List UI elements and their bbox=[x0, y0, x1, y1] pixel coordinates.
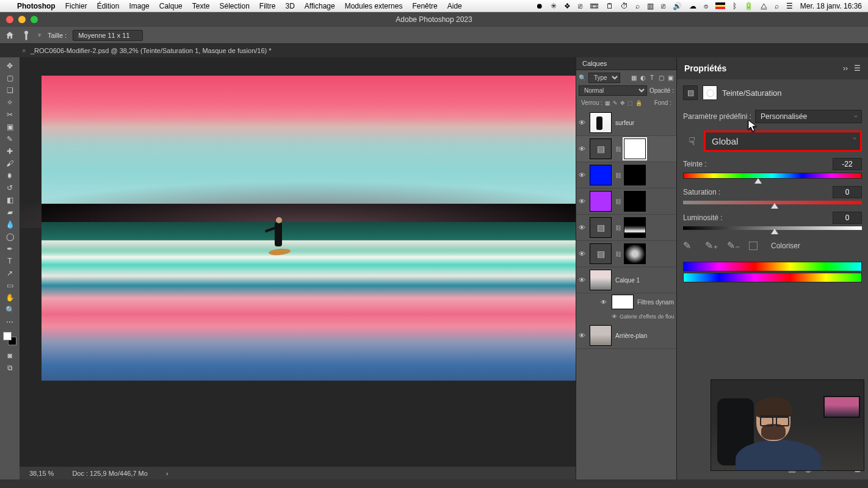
visibility-icon[interactable]: 👁 bbox=[579, 332, 586, 339]
filter-smart-icon[interactable]: ▣ bbox=[667, 74, 674, 82]
visibility-icon[interactable]: 👁 bbox=[579, 198, 586, 205]
link-icon[interactable]: ⛓ bbox=[615, 251, 620, 257]
layer-name[interactable]: surfeur bbox=[615, 120, 634, 126]
eyedropper-tool[interactable]: ✎ bbox=[2, 133, 17, 145]
layer-thumb[interactable] bbox=[590, 325, 612, 346]
targeted-adjust-icon[interactable]: ☟ bbox=[683, 133, 700, 150]
link-icon[interactable]: ⛓ bbox=[615, 224, 620, 231]
taille-select[interactable]: Moyenne 11 x 11 bbox=[73, 30, 142, 41]
wifi-icon[interactable]: ⧋ bbox=[761, 2, 767, 10]
collapse-icon[interactable]: ›› bbox=[843, 64, 848, 73]
smart-filter-row[interactable]: 👁 Filtres dynam bbox=[576, 293, 676, 310]
hue-range-bars[interactable] bbox=[677, 257, 868, 287]
color-fill-thumb[interactable] bbox=[590, 165, 612, 185]
layer-calque1[interactable]: 👁 Calque 1 bbox=[576, 267, 676, 293]
status-icon[interactable]: ☁︎ bbox=[689, 2, 696, 10]
menu-filtre[interactable]: Filtre bbox=[259, 2, 276, 10]
layers-tab[interactable]: Calques bbox=[576, 57, 676, 70]
wand-tool[interactable]: ✧ bbox=[2, 96, 17, 108]
layer-color-fill-blue[interactable]: 👁 ⛓ bbox=[576, 162, 676, 188]
zoom-tool[interactable]: 🔍 bbox=[2, 304, 17, 315]
layer-hue-sat[interactable]: 👁 ▤ ⛓ bbox=[576, 136, 676, 162]
fullscreen-window[interactable] bbox=[31, 16, 38, 23]
zoom-value[interactable]: 38,15 % bbox=[29, 470, 54, 477]
visibility-icon[interactable]: 👁 bbox=[579, 145, 586, 152]
eyedropper-sub-icon[interactable]: ✎₋ bbox=[727, 240, 739, 252]
shape-tool[interactable]: ▭ bbox=[2, 279, 17, 291]
menu-app[interactable]: Photoshop bbox=[17, 2, 56, 10]
visibility-icon[interactable]: 👁 bbox=[579, 119, 586, 126]
visibility-icon[interactable]: 👁 bbox=[579, 276, 586, 284]
menu-3d[interactable]: 3D bbox=[286, 2, 295, 10]
eraser-tool[interactable]: ◧ bbox=[2, 194, 17, 206]
battery-icon[interactable]: 🔋 bbox=[744, 2, 753, 10]
color-range-select[interactable]: Global bbox=[704, 131, 862, 152]
close-tab-icon[interactable]: × bbox=[22, 47, 26, 54]
saturation-slider[interactable] bbox=[683, 201, 862, 204]
adjustment-icon[interactable]: ▤ bbox=[683, 85, 698, 100]
adjustment-thumb[interactable]: ▤ bbox=[590, 138, 612, 159]
marquee-tool[interactable]: ▢ bbox=[2, 72, 17, 84]
menu-selection[interactable]: Sélection bbox=[219, 2, 249, 10]
crop-tool[interactable]: ✂ bbox=[2, 109, 17, 120]
hand-tool[interactable]: ✋ bbox=[2, 292, 17, 303]
bluetooth-icon[interactable]: ᛒ bbox=[732, 2, 737, 10]
canvas-area[interactable]: 38,15 % Doc : 125,9 Mo/446,7 Mo › bbox=[20, 57, 576, 479]
status-arrow-icon[interactable]: › bbox=[166, 470, 168, 477]
move-tool[interactable]: ✥ bbox=[2, 60, 17, 71]
lock-all-icon[interactable]: 🔒 bbox=[635, 100, 642, 106]
saturation-input[interactable] bbox=[833, 186, 862, 198]
menu-calque[interactable]: Calque bbox=[159, 2, 183, 10]
layer-mask[interactable] bbox=[624, 217, 646, 238]
blur-tool[interactable]: 💧 bbox=[2, 218, 17, 230]
layer-list[interactable]: 👁 surfeur 👁 ▤ ⛓ 👁 ⛓ 👁 ⛓ bbox=[576, 110, 676, 479]
lock-nest-icon[interactable]: ⬚ bbox=[627, 100, 633, 106]
curves-thumb[interactable]: ▤ bbox=[590, 217, 612, 238]
teinte-input[interactable] bbox=[833, 158, 862, 170]
flag-icon[interactable] bbox=[715, 2, 725, 9]
layer-mask[interactable] bbox=[624, 138, 646, 159]
brush-tool[interactable]: 🖌 bbox=[2, 157, 17, 169]
fg-bg-color[interactable] bbox=[3, 332, 16, 345]
status-icon[interactable]: ▥ bbox=[647, 2, 654, 10]
eyedropper-icon[interactable]: ✎ bbox=[683, 240, 695, 252]
luminosite-slider[interactable] bbox=[683, 226, 862, 230]
lasso-tool[interactable]: ❑ bbox=[2, 84, 17, 96]
visibility-icon[interactable]: 👁 bbox=[601, 299, 608, 306]
tool-icon[interactable] bbox=[21, 30, 32, 41]
blur-gallery-row[interactable]: 👁 Galerie d'effets de flou bbox=[576, 310, 676, 323]
layer-curves-2[interactable]: 👁 ▤ ⛓ bbox=[576, 241, 676, 267]
link-icon[interactable]: ⛓ bbox=[615, 146, 620, 152]
status-icon[interactable]: 📼 bbox=[590, 2, 599, 10]
status-icon[interactable]: ⌾ bbox=[704, 2, 708, 10]
screenmode-icon[interactable]: ⧉ bbox=[2, 362, 17, 373]
layer-curves-1[interactable]: 👁 ▤ ⛓ bbox=[576, 215, 676, 241]
gradient-tool[interactable]: ▰ bbox=[2, 206, 17, 218]
layer-name[interactable]: Calque 1 bbox=[615, 277, 640, 284]
quickmask-icon[interactable]: ◙ bbox=[2, 350, 17, 361]
path-tool[interactable]: ↗ bbox=[2, 267, 17, 279]
menu-fenetre[interactable]: Fenêtre bbox=[412, 2, 437, 10]
lock-pos-icon[interactable]: ✥ bbox=[620, 100, 625, 106]
doc-size[interactable]: Doc : 125,9 Mo/446,7 Mo bbox=[72, 470, 148, 477]
visibility-icon[interactable]: 👁 bbox=[579, 171, 586, 179]
link-icon[interactable]: ⛓ bbox=[615, 198, 620, 205]
layer-color-fill-magenta[interactable]: 👁 ⛓ bbox=[576, 188, 676, 215]
colorize-checkbox[interactable] bbox=[749, 242, 758, 250]
layer-surfeur[interactable]: 👁 surfeur bbox=[576, 110, 676, 136]
type-tool[interactable]: T bbox=[2, 255, 17, 267]
menu-texte[interactable]: Texte bbox=[192, 2, 210, 10]
frame-tool[interactable]: ▣ bbox=[2, 121, 17, 132]
minimize-window[interactable] bbox=[18, 16, 26, 23]
mask-icon[interactable]: ◯ bbox=[703, 85, 717, 100]
visibility-icon[interactable]: 👁 bbox=[579, 224, 586, 231]
filter-mask[interactable] bbox=[612, 295, 634, 309]
curves-thumb[interactable]: ▤ bbox=[590, 243, 612, 264]
stamp-tool[interactable]: ⧯ bbox=[2, 170, 17, 181]
eyedropper-add-icon[interactable]: ✎₊ bbox=[705, 240, 717, 252]
status-icon[interactable]: ⎚ bbox=[661, 2, 665, 10]
panel-menu-icon[interactable]: ☰ bbox=[854, 64, 861, 73]
close-window[interactable] bbox=[6, 16, 13, 23]
clock[interactable]: Mer. 18 janv. 16:36 bbox=[800, 2, 862, 10]
heal-tool[interactable]: ✚ bbox=[2, 145, 17, 157]
